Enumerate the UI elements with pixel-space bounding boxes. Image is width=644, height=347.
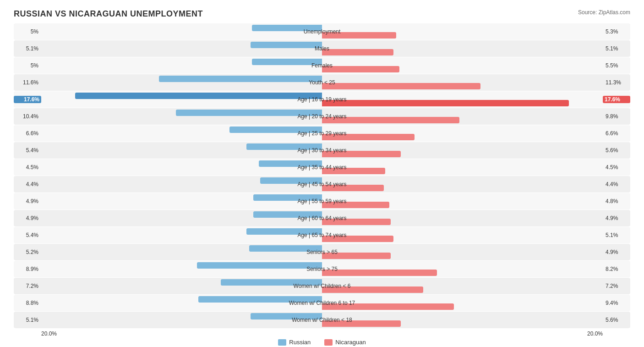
legend-nicaraguan-box	[324, 339, 333, 346]
bar-right-value: 4.5%	[603, 164, 630, 171]
chart-row: 4.9%Age | 60 to 64 years4.9%	[14, 210, 630, 226]
bar-right-value: 4.9%	[603, 249, 630, 255]
bar-right-value: 4.9%	[603, 215, 630, 221]
legend: Russian Nicaraguan	[14, 339, 630, 346]
axis-left: 20.0%	[41, 330, 57, 337]
chart-row: 7.2%Women w/ Children < 67.2%	[14, 278, 630, 294]
chart-row: 4.5%Age | 35 to 44 years4.5%	[14, 159, 630, 176]
bar-right-value: 8.2%	[603, 266, 630, 272]
bar-left-value: 5%	[14, 62, 41, 69]
source-label: Source: ZipAtlas.com	[578, 9, 630, 16]
legend-russian: Russian	[278, 339, 311, 346]
bar-left-value: 4.9%	[14, 198, 41, 204]
bar-right-value: 5.6%	[603, 317, 630, 323]
bar-left-value: 5.4%	[14, 147, 41, 154]
bar-left-value: 8.8%	[14, 300, 41, 306]
bottom-axis: 20.0% 20.0%	[14, 329, 630, 337]
chart-row: 5.4%Age | 30 to 34 years5.6%	[14, 142, 630, 159]
bar-right-value: 7.2%	[603, 283, 630, 289]
legend-russian-box	[278, 339, 286, 346]
legend-nicaraguan-label: Nicaraguan	[335, 339, 366, 346]
chart-row: 4.4%Age | 45 to 54 years4.4%	[14, 176, 630, 193]
chart-container: RUSSIAN VS NICARAGUAN UNEMPLOYMENT Sourc…	[0, 0, 644, 347]
bar-right-value: 11.3%	[603, 79, 630, 86]
bar-left-value: 17.6%	[14, 96, 41, 103]
bar-left-value: 4.5%	[14, 164, 41, 171]
legend-russian-label: Russian	[289, 339, 311, 346]
bar-right-value: 17.6%	[603, 96, 630, 103]
chart-row: 11.6%Youth < 2511.3%	[14, 74, 630, 91]
bar-right-value: 5.1%	[603, 45, 630, 52]
chart-row: 10.4%Age | 20 to 24 years9.8%	[14, 108, 630, 125]
bar-left-value: 5.4%	[14, 232, 41, 238]
bar-left-value: 5%	[14, 28, 41, 35]
chart-row: 6.6%Age | 25 to 29 years6.6%	[14, 125, 630, 142]
chart-row: 5.1%Women w/ Children < 185.6%	[14, 312, 630, 328]
bar-right-value: 4.4%	[603, 181, 630, 187]
bar-right-value: 5.5%	[603, 62, 630, 69]
bar-right-value: 5.1%	[603, 232, 630, 238]
bar-right-value: 5.6%	[603, 147, 630, 154]
chart-row: 5.4%Age | 65 to 74 years5.1%	[14, 227, 630, 243]
bar-left-value: 4.9%	[14, 215, 41, 221]
chart-title: RUSSIAN VS NICARAGUAN UNEMPLOYMENT	[14, 9, 630, 19]
chart-row: 5.2%Seniors > 654.9%	[14, 244, 630, 260]
bar-left-value: 5.1%	[14, 317, 41, 323]
chart-row: 17.6%Age | 16 to 19 years17.6%	[14, 91, 630, 108]
bar-left-value: 6.6%	[14, 130, 41, 137]
chart-area: 5%Unemployment5.3%5.1%Males5.1%5%Females…	[14, 23, 630, 328]
bar-left-value: 5.2%	[14, 249, 41, 255]
bar-left-value: 11.6%	[14, 79, 41, 86]
bar-left-value: 5.1%	[14, 45, 41, 52]
bar-left-value: 10.4%	[14, 113, 41, 120]
chart-row: 5%Females5.5%	[14, 57, 630, 74]
bar-right-value: 9.8%	[603, 113, 630, 120]
legend-nicaraguan: Nicaraguan	[324, 339, 366, 346]
bar-left-value: 7.2%	[14, 283, 41, 289]
bar-right-value: 5.3%	[603, 28, 630, 35]
chart-row: 5%Unemployment5.3%	[14, 23, 630, 40]
chart-row: 5.1%Males5.1%	[14, 40, 630, 57]
chart-row: 8.8%Women w/ Children 6 to 179.4%	[14, 295, 630, 311]
axis-right: 20.0%	[587, 330, 603, 337]
bar-right-value: 4.8%	[603, 198, 630, 204]
chart-row: 4.9%Age | 55 to 59 years4.8%	[14, 193, 630, 209]
bar-right-value: 9.4%	[603, 300, 630, 306]
bar-right-value: 6.6%	[603, 130, 630, 137]
bar-left-value: 4.4%	[14, 181, 41, 187]
chart-row: 8.9%Seniors > 758.2%	[14, 261, 630, 277]
bar-left-value: 8.9%	[14, 266, 41, 272]
